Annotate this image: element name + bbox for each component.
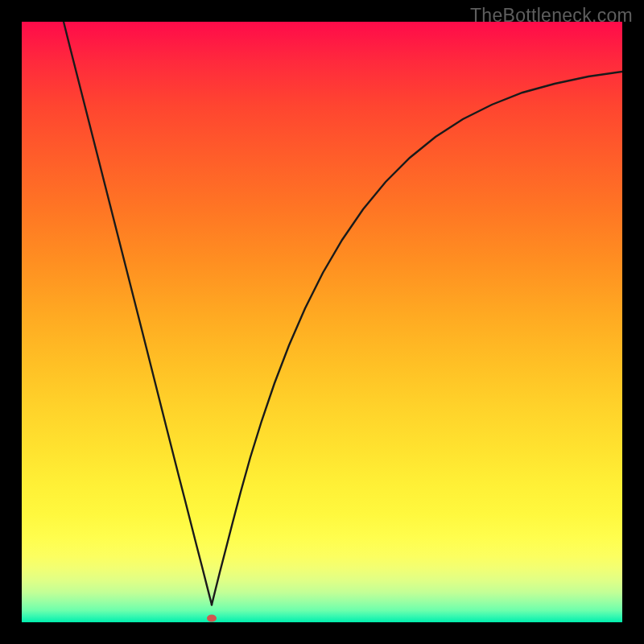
minimum-marker: [207, 615, 217, 622]
curve-right-branch: [212, 72, 622, 605]
curve-left-branch: [64, 22, 212, 605]
curve-plot: [22, 22, 622, 622]
chart-frame: [22, 22, 622, 622]
